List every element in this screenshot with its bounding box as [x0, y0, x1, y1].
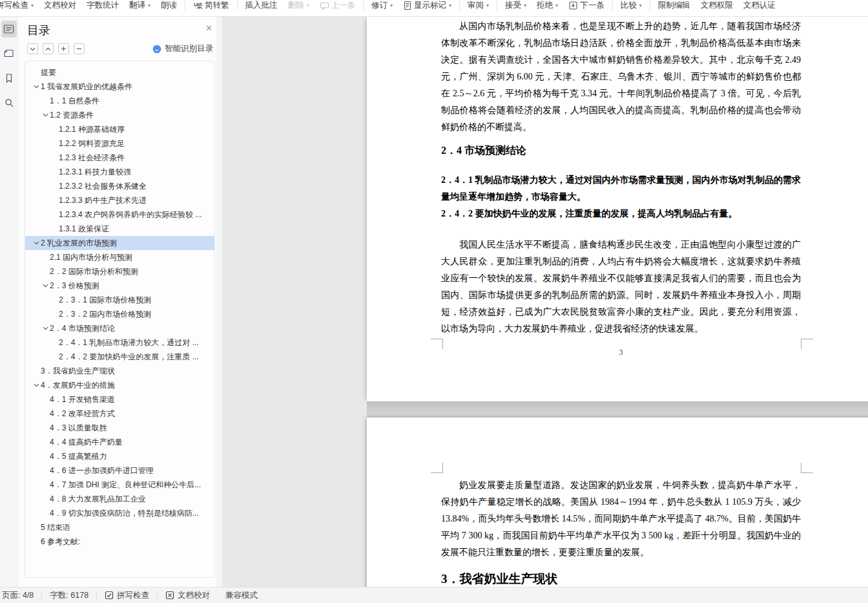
- next-change-icon: [568, 1, 578, 10]
- toc-item[interactable]: 4．8 大力发展乳品加工企业: [25, 492, 214, 506]
- track-changes-button[interactable]: 修订▾: [366, 0, 398, 11]
- accept-button[interactable]: 接受▾: [500, 0, 532, 11]
- insert-comment-button[interactable]: 插入批注: [240, 0, 283, 11]
- chevron-down-icon[interactable]: [32, 241, 41, 245]
- panel-resizer[interactable]: [216, 17, 222, 587]
- toc-item[interactable]: 4．6 进一步加强奶牛进口管理: [25, 463, 214, 478]
- toc-item[interactable]: 2 乳业发展的市场预测: [25, 236, 214, 250]
- translate-button[interactable]: 翻译▾: [124, 0, 156, 11]
- bookmark-pane-button[interactable]: [1, 70, 17, 87]
- toolbar-group: 修订▾显示标记▾: [366, 0, 457, 11]
- paragraph-quality-road: 奶业发展要走质量型道路。发达国家的奶业发展，牛饲养头数，提高奶牛单产水平，保持奶…: [441, 477, 801, 561]
- chevron-down-icon[interactable]: [41, 284, 50, 288]
- simplified-to-traditional-button[interactable]: 繁简转繁: [188, 0, 234, 11]
- smart-recognize-toc-button[interactable]: 智能识别目录: [152, 43, 213, 54]
- collapse-level-button[interactable]: [74, 43, 85, 54]
- word-count-indicator[interactable]: 字数: 6178: [42, 587, 96, 603]
- toolbar-item-label: 比较: [621, 0, 637, 11]
- toc-item[interactable]: 1 我省发展奶业的优越条件: [25, 79, 214, 94]
- toc-item-label: 1 我省发展奶业的优越条件: [41, 81, 132, 92]
- dropdown-caret-icon: ▾: [148, 0, 150, 11]
- heading-2-4: 2．4 市场预测结论: [441, 143, 801, 158]
- page-indicator[interactable]: 页面: 4/8: [0, 587, 41, 603]
- toc-item[interactable]: 4．4 提高奶牛产奶量: [25, 435, 214, 449]
- toolbar-item-label: 拒绝: [537, 0, 553, 11]
- chevron-down-icon[interactable]: [32, 85, 41, 89]
- toc-item[interactable]: 1.2.3 社会经济条件: [25, 151, 214, 165]
- toc-item[interactable]: 2．2 国际市场分析和预测: [25, 264, 214, 279]
- toc-pane-button[interactable]: [1, 21, 17, 37]
- toc-item[interactable]: 1.2.3.1 科技力量较强: [25, 165, 214, 179]
- reject-button[interactable]: 拒绝▾: [532, 0, 563, 11]
- toc-item[interactable]: 1.2.1 种源基础雄厚: [25, 122, 214, 136]
- toc-item[interactable]: 4．1 开发销售渠道: [25, 392, 214, 407]
- dropdown-caret-icon: ▾: [31, 0, 34, 11]
- expand-all-button[interactable]: [43, 43, 54, 54]
- show-markup-button[interactable]: 显示标记▾: [398, 0, 457, 11]
- toc-item[interactable]: 2．4．2 要加快奶牛业的发展，注重质 ...: [25, 350, 214, 364]
- toolbar-separator: [363, 1, 364, 10]
- toc-item-label: 1.3.1 政策保证: [59, 224, 109, 235]
- search-pane-button[interactable]: [1, 94, 17, 111]
- toc-item-label: 2．3．2 国内市场价格预测: [59, 309, 151, 320]
- toolbar-item-label: 朗读: [161, 0, 177, 11]
- toc-item[interactable]: 1.2 资源条件: [25, 108, 214, 122]
- toc-item[interactable]: 5 结束语: [25, 520, 214, 534]
- read-aloud-button[interactable]: 朗读: [156, 0, 182, 11]
- collapse-all-button[interactable]: [27, 43, 38, 54]
- toc-list: 提要1 我省发展奶业的优越条件1．1 自然条件1.2 资源条件1.2.1 种源基…: [25, 61, 215, 578]
- close-icon[interactable]: ×: [206, 23, 212, 34]
- toc-item[interactable]: 2．3．2 国内市场价格预测: [25, 307, 214, 321]
- toc-item[interactable]: 1.2.3.3 奶牛生产技术先进: [25, 193, 214, 207]
- toc-item[interactable]: 4．5 提高繁殖力: [25, 449, 214, 463]
- toc-item[interactable]: 1.2.2 饲料资源充足: [25, 136, 214, 151]
- toc-item[interactable]: 1.2.3.4 农户饲养饲养奶牛的实际经验较 ...: [25, 207, 214, 222]
- spellcheck-toggle[interactable]: 拼写检查: [97, 587, 157, 603]
- toc-item[interactable]: 2．4 市场预测结论: [25, 321, 214, 335]
- spellcheck-check-icon: [105, 591, 114, 600]
- doc-authentication-button[interactable]: 文档认证: [738, 0, 781, 11]
- toc-item[interactable]: 4．7 加强 DHI 测定、良种登记和种公牛后...: [25, 478, 214, 492]
- toc-item[interactable]: 4．9 切实加强疫病防治，特别是结核病防...: [25, 506, 214, 520]
- toc-item[interactable]: 提要: [25, 65, 214, 79]
- toc-item[interactable]: 4．发展奶牛业的措施: [25, 378, 214, 392]
- annotation-pane-button[interactable]: [1, 45, 17, 62]
- chevron-down-icon[interactable]: [41, 326, 50, 330]
- toc-item-label: 4．4 提高奶牛产奶量: [50, 437, 123, 448]
- toolbar-item-label: 接受: [505, 0, 521, 11]
- restrict-editing-button[interactable]: 限制编辑: [653, 0, 696, 11]
- toc-item[interactable]: 2.1 国内市场分析与预测: [25, 250, 214, 264]
- expand-level-button[interactable]: [58, 43, 69, 54]
- toolbar-group: 拼写检查▾文档校对字数统计翻译▾朗读: [0, 0, 182, 11]
- toc-item[interactable]: 2．3 价格预测: [25, 279, 214, 293]
- toc-panel-title: 目录: [27, 23, 50, 38]
- doc-permission-button[interactable]: 文档权限: [696, 0, 738, 11]
- next-change-button[interactable]: 下一条: [563, 0, 610, 11]
- spellcheck-button[interactable]: 拼写检查▾: [0, 0, 39, 11]
- toc-item-label: 2．4．1 乳制品市场潜力较大，通过对 ...: [59, 337, 199, 348]
- toolbar-group: 插入批注删除▾上一条: [240, 0, 361, 11]
- search-pane-icon: [4, 98, 14, 108]
- document-page-4: 奶业发展要走质量型道路。发达国家的奶业发展，牛饲养头数，提高奶牛单产水平，保持奶…: [367, 418, 868, 587]
- toc-item[interactable]: 2．4．1 乳制品市场潜力较大，通过对 ...: [25, 335, 214, 350]
- doc-proofread-button[interactable]: 文档校对: [39, 0, 81, 11]
- toc-item[interactable]: 4．2 改革经营方式: [25, 407, 214, 421]
- heading-3: 3．我省奶业生产现状: [441, 571, 801, 587]
- toc-item[interactable]: 2．3．1 国际市场价格预测: [25, 293, 214, 307]
- chevron-down-icon[interactable]: [41, 113, 50, 117]
- toolbar-item-label: 字数统计: [87, 0, 119, 11]
- toc-item[interactable]: 1.2.3.2 社会服务体系健全: [25, 179, 214, 193]
- compare-button[interactable]: 比较▾: [615, 0, 647, 11]
- toc-item-label: 1．1 自然条件: [50, 96, 99, 107]
- toc-item[interactable]: 6 参考文献:: [25, 534, 214, 549]
- chevron-down-icon[interactable]: [32, 383, 41, 387]
- review-button[interactable]: 审阅▾: [462, 0, 494, 11]
- proofread-toggle[interactable]: 文档校对: [158, 587, 218, 603]
- toc-item-label: 1.2.2 饲料资源充足: [59, 138, 125, 149]
- word-count-button[interactable]: 字数统计: [81, 0, 124, 11]
- toc-item[interactable]: 1．1 自然条件: [25, 94, 214, 108]
- toc-item[interactable]: 3．我省奶业生产现状: [25, 364, 214, 378]
- toc-item[interactable]: 4．3 以质量取胜: [25, 421, 214, 435]
- toc-item-label: 2．3 价格预测: [50, 280, 99, 291]
- toc-item[interactable]: 1.3.1 政策保证: [25, 222, 214, 236]
